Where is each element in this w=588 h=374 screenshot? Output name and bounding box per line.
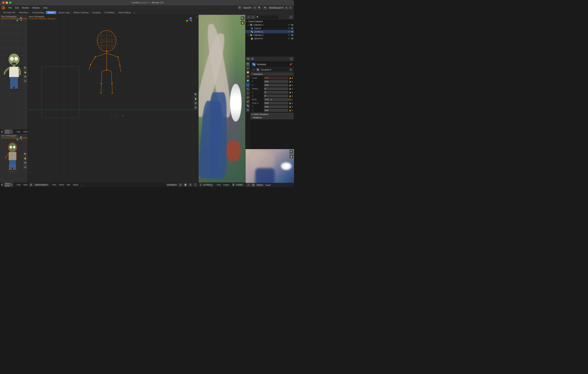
object-mode-selector-tl[interactable]: Object Mode▾ [4, 129, 13, 134]
props-tab-scene[interactable]: 🎬 [246, 75, 250, 78]
view-btn-tl[interactable]: View [16, 130, 21, 133]
menu-file[interactable]: File [7, 6, 13, 9]
delta-transform-header[interactable]: ▶ Delta Transform [251, 113, 294, 116]
scene-selector[interactable]: Scene ▾ [242, 6, 252, 9]
props-tab-material[interactable]: 🔵 [246, 108, 250, 112]
outliner-collection-2[interactable]: ▾ ◼ Collection 2 👁 📷 [245, 33, 294, 37]
select-btn-tl[interactable]: Select [22, 130, 28, 133]
magnet-icon[interactable]: 🔘 [184, 183, 187, 187]
pivot-icon[interactable]: ⟳ [179, 183, 182, 187]
menu-render[interactable]: Render [21, 6, 31, 9]
tab-gamelogic[interactable]: Game Logic [56, 11, 71, 14]
scale-lock-z[interactable]: 🔒 [289, 109, 291, 112]
grab-icon-center[interactable]: ✋ [194, 97, 198, 101]
props-tab-physics[interactable]: ⚡ [246, 96, 250, 99]
props-tab-world[interactable]: 🌍 [246, 79, 250, 83]
loc-lock-y[interactable]: 🔒 [289, 81, 291, 83]
camera-icon-tl[interactable]: 📷 [23, 75, 27, 78]
loc-lock-z[interactable]: 🔒 [289, 84, 291, 86]
add-workspace-button[interactable]: + [133, 11, 136, 14]
rot-z-val[interactable]: 0° [264, 95, 288, 97]
props-tab-data[interactable]: 🦴 [246, 104, 250, 108]
viewport-bottom-left[interactable]: User Orthographic (1) Scene Collection |… [0, 134, 28, 187]
rot-lock-x[interactable]: 🔒 [289, 88, 291, 90]
outliner-collection-1[interactable]: ▾ ◼ Collection 1 👁 📷 [245, 23, 294, 27]
view-btn-bl[interactable]: View [16, 184, 21, 186]
tab-videoediting[interactable]: Video Editing [116, 11, 132, 14]
props-tab-particles[interactable]: ✦ [246, 91, 250, 95]
image-label-btn[interactable]: Image* [223, 184, 230, 186]
thumb-grab[interactable]: ✋ [289, 154, 293, 158]
thumb-view-selector[interactable]: View ▾ [256, 184, 264, 186]
render-layer-selector[interactable]: RenderLayer ▾ [268, 6, 284, 9]
grid-icon-bl[interactable]: ⊞ [23, 165, 27, 169]
global-selector[interactable]: ⊕ Global ▾ [166, 184, 178, 186]
menu-edit[interactable]: Edit [14, 6, 20, 9]
scale-z-val[interactable]: 0.58 [264, 109, 288, 112]
shading-dots[interactable]: ⋮ [193, 183, 197, 187]
tab-uvediting[interactable]: UV Editing [103, 11, 116, 14]
tab-3dviewfull[interactable]: 3D View Full [1, 11, 17, 14]
outliner-camera[interactable]: 📷 Camera 👁 📷 [245, 27, 294, 30]
object-mode-selector-center[interactable]: Object Mode▾ [34, 184, 49, 186]
loc-lock-x[interactable]: 🔒 [289, 77, 291, 79]
props-tab-object[interactable]: ◻ [246, 83, 250, 87]
rot-y-val[interactable]: 0° [264, 91, 288, 94]
rl-ops[interactable]: ⊕ [284, 6, 288, 10]
props-close-icon[interactable]: ✕ [289, 57, 293, 61]
tab-scripting[interactable]: Scripting [90, 11, 102, 14]
outliner-close-icon[interactable]: ✕ [289, 15, 293, 19]
props-tab-constraints[interactable]: 🔗 [246, 100, 250, 103]
scale-lock-x[interactable]: 🔒 [289, 102, 291, 104]
object-mode-selector-bl[interactable]: Object Mode▾ [4, 182, 13, 187]
loc-x-val[interactable]: 0.00 [264, 76, 288, 79]
close-button[interactable] [2, 1, 5, 4]
rotation-mode-selector[interactable]: XYZ... ▾ [264, 98, 291, 101]
expand-arrow[interactable]: ▸ [196, 16, 198, 18]
grid-icon-tl[interactable]: ⊞ [23, 79, 27, 83]
outliner-scene-collection[interactable]: ▾ Scene Collection [245, 20, 294, 23]
collapse-arrow[interactable]: ◂ [28, 16, 30, 18]
scale-y-val[interactable]: 0.58 [264, 105, 288, 108]
props-tab-render[interactable]: 📷 [246, 62, 250, 66]
rot-lock-y[interactable]: 🔒 [289, 91, 291, 94]
outliner-zombie-armature[interactable]: 🦴 Zombie_b... 👁 📷 [245, 30, 294, 33]
thumb-zoom[interactable]: 🔍 [289, 150, 293, 154]
grid-icon-center[interactable]: ⊞ [194, 106, 198, 109]
zoom-icon-center[interactable]: 🔍 [194, 92, 198, 96]
tab-motiontracking[interactable]: Motion Tracking [72, 11, 90, 14]
camera-icon-bl[interactable]: 📷 [23, 161, 27, 165]
props-view-icon[interactable]: ⊞ [251, 57, 254, 61]
render-icon-c1[interactable]: 📷 [291, 24, 293, 26]
loc-z-val[interactable]: 0.00 [264, 84, 288, 86]
outliner-search[interactable]: 🔍 [256, 16, 278, 19]
grab-render[interactable]: ✋ [241, 21, 245, 25]
props-tab-view-layer[interactable]: 🔀 [246, 71, 250, 74]
rl-close[interactable]: ✕ [289, 6, 293, 10]
scale-lock-y[interactable]: 🔒 [289, 106, 291, 108]
props-tab-output[interactable]: 🖨 [246, 66, 250, 70]
relations-section-header[interactable]: ▾ Relations [251, 116, 294, 119]
grab-icon-bl[interactable]: ✋ [23, 157, 27, 160]
render-viewport[interactable]: 🔍 ✋ 🖌 🖌 Paint ▾ | View Image* 🖼 [199, 15, 245, 187]
overlay-icon[interactable]: ◈ [189, 183, 192, 187]
vis-icon-c1[interactable]: 👁 [288, 24, 290, 26]
props-output-icon[interactable]: 📷 [246, 57, 250, 61]
rot-x-val[interactable]: 0° [264, 87, 288, 90]
pin-icon[interactable]: 📌 [289, 63, 292, 66]
tab-animation[interactable]: Animation [17, 11, 30, 14]
viewport-top-left[interactable]: User Orthographic (1) Scene Collection |… [0, 15, 28, 134]
scale-x-val[interactable]: 0.58 [264, 102, 288, 105]
tab-compositing[interactable]: Compositing [30, 11, 46, 14]
maximize-button[interactable] [9, 1, 11, 4]
rot-lock-z[interactable]: 🔒 [289, 95, 291, 97]
zoom-icon-tl[interactable]: 🔍 [23, 66, 27, 70]
scene-ops-icon[interactable]: ⊕ [253, 6, 257, 10]
zombie-image-selector[interactable]: zombie [235, 184, 244, 186]
zoom-render[interactable]: 🔍 [241, 16, 245, 20]
armature-data-selector[interactable]: Armature ▾ [260, 68, 289, 71]
camera-icon-center[interactable]: 📷 [194, 101, 198, 105]
transform-section-header[interactable]: ▾ Transform [251, 72, 294, 76]
viewport-center-main[interactable]: User Orthographic (1) Scene Collection |… [28, 15, 198, 187]
grab-icon-tl[interactable]: ✋ [23, 70, 27, 74]
